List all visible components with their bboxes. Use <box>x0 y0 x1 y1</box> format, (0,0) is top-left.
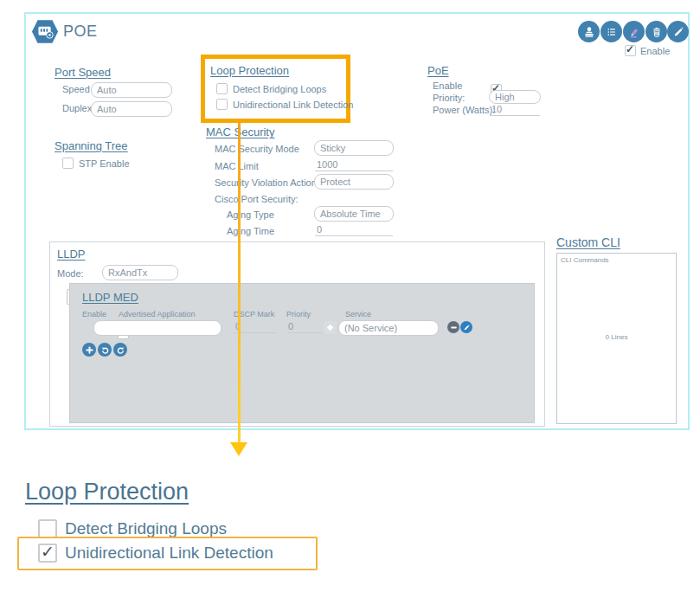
stp-enable-checkbox[interactable] <box>62 158 74 169</box>
port-enable-row: Enable <box>625 45 670 56</box>
security-violation-action-input[interactable] <box>314 174 394 190</box>
poe-heading: PoE <box>427 64 449 77</box>
page-title: POE <box>63 23 98 41</box>
cli-empty-text: 0 Lines <box>557 333 676 341</box>
port-speed-heading: Port Speed <box>55 66 111 79</box>
highlighter-button[interactable] <box>623 21 645 42</box>
edit-row-button[interactable] <box>460 321 472 333</box>
port-enable-label: Enable <box>640 46 670 56</box>
lldp-med-panel <box>69 283 535 423</box>
port-enable-checkbox[interactable] <box>625 45 636 56</box>
edit-button[interactable] <box>667 21 689 42</box>
lldp-mode-input[interactable] <box>102 265 178 280</box>
cli-commands-label: CLI Commands <box>561 256 609 264</box>
udld-label: Unidirectional Link Detection <box>233 100 353 110</box>
delete-button[interactable] <box>645 21 667 42</box>
mac-security-mode-input[interactable] <box>314 140 394 156</box>
callout-udld-row: Unidirectional Link Detection <box>38 544 273 563</box>
security-violation-action-label: Security Violation Action <box>215 177 317 188</box>
undo-button[interactable] <box>98 343 112 357</box>
lldp-heading: LLDP <box>57 248 86 261</box>
loop-protection-heading: Loop Protection <box>210 64 289 77</box>
udld-checkbox[interactable] <box>216 99 228 110</box>
redo-button[interactable] <box>113 343 127 357</box>
poe-power-input[interactable] <box>490 102 540 116</box>
spanning-tree-heading: Spanning Tree <box>55 139 128 152</box>
poe-port-badge-icon <box>31 19 59 48</box>
stamp-button[interactable] <box>578 21 600 42</box>
mac-limit-input[interactable] <box>315 158 393 171</box>
mac-security-mode-label: MAC Security Mode <box>215 144 299 154</box>
callout-arrow-head-icon <box>230 442 247 456</box>
mac-limit-label: MAC Limit <box>215 161 259 171</box>
callout-heading: Loop Protection <box>25 479 189 505</box>
remove-row-button[interactable] <box>447 321 459 333</box>
screenshot-stage: POE <box>0 0 700 592</box>
callout-udld-label: Unidirectional Link Detection <box>65 544 273 563</box>
med-row-advertised-application-input[interactable] <box>93 320 222 336</box>
speed-label: Speed <box>62 84 90 94</box>
col-priority: Priority <box>286 310 311 319</box>
aging-time-label: Aging Time <box>227 226 274 236</box>
detect-bridging-loops-checkbox[interactable] <box>216 83 228 94</box>
callout-arrow-line <box>238 119 241 444</box>
duplex-input[interactable] <box>91 101 172 117</box>
cli-commands-box[interactable]: CLI Commands 0 Lines <box>556 253 677 424</box>
med-row-service-input[interactable] <box>338 320 439 336</box>
aging-time-input[interactable] <box>315 222 393 236</box>
poe-power-label: Power (Watts): <box>433 105 495 115</box>
add-row-button[interactable] <box>82 343 96 357</box>
callout-udld-checkbox <box>38 544 57 563</box>
callout-detect-checkbox <box>38 519 57 538</box>
cisco-port-security-label: Cisco Port Security: <box>215 194 299 204</box>
poe-priority-label: Priority: <box>433 93 465 103</box>
duplex-label: Duplex <box>62 103 92 113</box>
list-button[interactable] <box>600 21 622 42</box>
col-service: Service <box>345 310 371 319</box>
detect-bridging-loops-label: Detect Bridging Loops <box>233 84 326 94</box>
custom-cli-heading: Custom CLI <box>556 235 620 249</box>
service-picker-icon[interactable] <box>324 321 337 334</box>
aging-type-input[interactable] <box>314 206 394 222</box>
stp-enable-label: STP Enable <box>79 158 130 169</box>
callout-detect-row: Detect Bridging Loops <box>38 519 227 538</box>
aging-type-label: Aging Type <box>227 209 274 220</box>
callout-detect-label: Detect Bridging Loops <box>65 519 227 538</box>
lldp-mode-label: Mode: <box>57 268 84 279</box>
col-advertised-application: Advertised Application <box>119 310 196 319</box>
speed-input[interactable] <box>91 82 172 98</box>
lldp-med-heading: LLDP MED <box>82 291 138 304</box>
col-enable: Enable <box>82 310 106 319</box>
poe-enable-label: Enable <box>433 80 462 91</box>
